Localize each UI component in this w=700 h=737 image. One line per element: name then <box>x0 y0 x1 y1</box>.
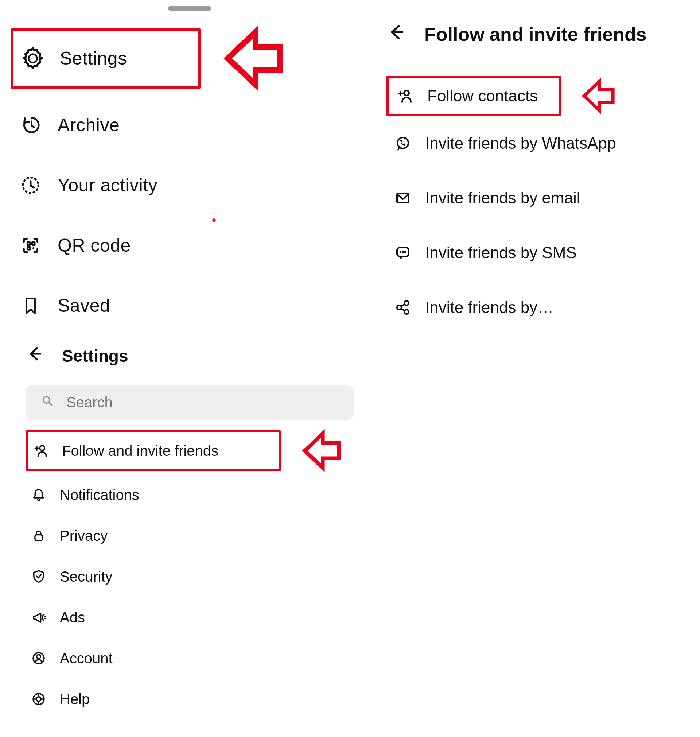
invite-item-label: Invite friends by SMS <box>425 244 577 262</box>
bell-icon <box>30 487 47 503</box>
menu-item-archive[interactable]: Archive <box>11 95 379 155</box>
help-icon <box>30 691 47 707</box>
menu-item-label: Archive <box>57 115 119 136</box>
settings-list: Follow and invite friends Notifications … <box>0 424 379 719</box>
whatsapp-icon <box>393 134 413 152</box>
invite-item-whatsapp[interactable]: Invite friends by WhatsApp <box>387 116 700 171</box>
callout-arrow-left-icon <box>572 76 620 116</box>
menu-item-your-activity[interactable]: Your activity <box>11 155 379 215</box>
share-icon <box>393 298 413 316</box>
settings-item-ads[interactable]: Ads <box>25 597 362 638</box>
activity-icon <box>18 174 43 197</box>
add-person-icon <box>395 87 415 105</box>
search-icon <box>40 393 55 411</box>
invite-item-label: Follow contacts <box>427 87 538 105</box>
settings-header: Settings <box>0 335 379 376</box>
menu-item-label: QR code <box>57 235 131 256</box>
mail-icon <box>393 189 413 207</box>
settings-item-label: Account <box>60 650 113 666</box>
invite-item-share[interactable]: Invite friends by… <box>387 280 700 335</box>
settings-item-label: Notifications <box>60 487 139 503</box>
invite-item-email[interactable]: Invite friends by email <box>387 171 700 225</box>
settings-item-label: Ads <box>60 609 85 626</box>
callout-arrow-left-icon <box>212 22 288 95</box>
bookmark-icon <box>18 295 43 316</box>
menu-item-qr-code[interactable]: QR code <box>11 215 379 275</box>
menu-item-label: Settings <box>60 48 127 69</box>
settings-item-label: Security <box>60 569 113 585</box>
settings-item-label: Help <box>60 691 90 708</box>
settings-item-account[interactable]: Account <box>25 638 362 679</box>
invite-item-sms[interactable]: Invite friends by SMS <box>387 225 700 280</box>
add-person-icon <box>32 442 50 459</box>
drag-handle[interactable] <box>168 6 212 10</box>
settings-item-security[interactable]: Security <box>25 556 362 597</box>
menu-item-label: Your activity <box>57 175 157 196</box>
back-icon[interactable] <box>25 344 44 367</box>
menu-item-settings[interactable]: Settings <box>11 28 200 88</box>
account-icon <box>30 650 47 666</box>
search-input[interactable] <box>25 385 354 420</box>
red-dot-decoration <box>212 218 216 222</box>
menu-item-saved[interactable]: Saved <box>11 275 379 335</box>
settings-item-follow-invite[interactable]: Follow and invite friends <box>25 430 281 471</box>
invite-item-label: Invite friends by email <box>425 189 581 207</box>
history-icon <box>18 114 43 136</box>
invite-list: Follow contacts Invite friends by WhatsA… <box>379 61 700 335</box>
sms-icon <box>393 244 413 262</box>
settings-title: Settings <box>62 346 128 366</box>
gear-icon <box>21 46 45 71</box>
settings-item-label: Privacy <box>60 528 107 544</box>
invite-item-label: Invite friends by WhatsApp <box>425 134 616 152</box>
invite-item-follow-contacts[interactable]: Follow contacts <box>387 76 562 116</box>
settings-item-label: Follow and invite friends <box>62 443 218 459</box>
follow-title: Follow and invite friends <box>424 24 647 45</box>
settings-item-help[interactable]: Help <box>25 679 362 719</box>
invite-item-label: Invite friends by… <box>425 298 553 316</box>
back-icon[interactable] <box>387 22 407 47</box>
search-field[interactable] <box>66 394 339 411</box>
qr-code-icon <box>18 234 43 257</box>
follow-header: Follow and invite friends <box>379 7 700 61</box>
menu-item-label: Saved <box>57 295 110 316</box>
settings-item-privacy[interactable]: Privacy <box>25 515 362 556</box>
side-menu: Settings Archive Your activity <box>0 0 379 335</box>
megaphone-icon <box>30 609 47 626</box>
shield-icon <box>30 569 47 585</box>
settings-item-notifications[interactable]: Notifications <box>25 474 362 515</box>
lock-icon <box>30 528 47 543</box>
callout-arrow-left-icon <box>292 427 346 474</box>
